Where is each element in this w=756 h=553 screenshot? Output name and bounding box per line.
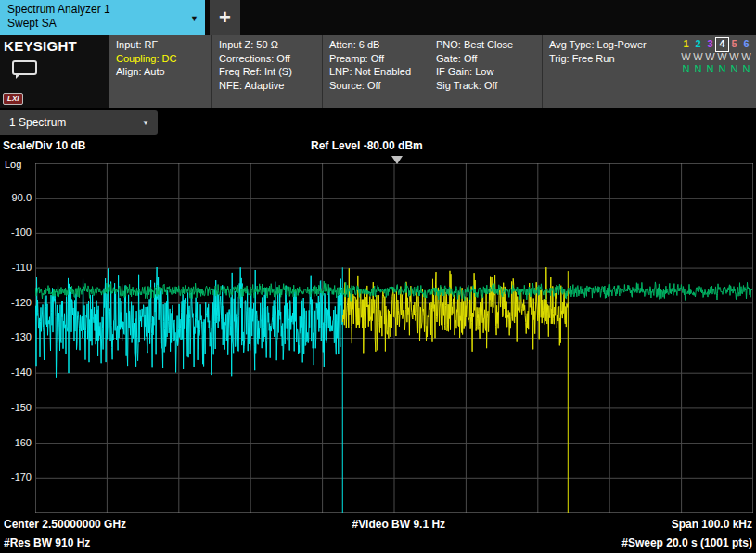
setting-source[interactable]: Source: Off [329,79,422,93]
trace-2-selector[interactable]: 2 [692,38,704,51]
settings-columns: Input: RF Coupling: DC Align: Auto Input… [109,35,756,108]
settings-column-avg: Avg Type: Log-Power Trig: Free Run [542,35,674,108]
setting-sig-track[interactable]: Sig Track: Off [436,79,535,93]
chevron-down-icon: ▼ [142,119,149,127]
span-label[interactable]: Span 100.0 kHz [672,516,752,533]
setting-if-gain[interactable]: IF Gain: Low [436,65,535,79]
trace-3-type[interactable]: W [704,51,716,64]
trace-5-type[interactable]: W [728,51,740,64]
y-tick-label: -130 [0,331,32,342]
annotation-footer: Center 2.50000000 GHz #Video BW 9.1 Hz S… [0,515,756,553]
tab-bar: Spectrum Analyzer 1 Swept SA ▼ + [0,0,756,35]
lxi-badge: LXI [3,93,23,105]
status-header: KEYSIGHT LXI Input: RF Coupling: DC Alig… [0,35,756,108]
setting-avg-type[interactable]: Avg Type: Log-Power [549,38,668,52]
trace-6-detector[interactable]: N [740,63,752,76]
trace-4-detector[interactable]: N [716,63,728,76]
keysight-logo: KEYSIGHT [0,35,109,54]
setting-input-z[interactable]: Input Z: 50 Ω [219,38,315,52]
center-frequency-label[interactable]: Center 2.50000000 GHz [4,516,126,533]
video-bw-label[interactable]: #Video BW 9.1 Hz [352,516,445,533]
spectrum-plot[interactable] [35,163,753,513]
tab-subtitle: Swept SA [7,17,186,31]
setting-pno[interactable]: PNO: Best Close [436,38,535,52]
tab-title: Spectrum Analyzer 1 [7,3,186,17]
trace-1-type[interactable]: W [680,51,692,64]
setting-preamp[interactable]: Preamp: Off [329,52,422,66]
trace-cyan-noise [35,267,342,513]
trace-3-selector[interactable]: 3 [704,38,716,51]
trace-2-detector[interactable]: N [692,63,704,76]
brand-block: KEYSIGHT LXI [0,35,109,108]
settings-column-pno: PNO: Best Close Gate: Off IF Gain: Low S… [429,35,542,108]
scale-div-label[interactable]: Scale/Div 10 dB [3,139,85,152]
trace-numbers-row: 123456 [680,38,754,51]
trace-3-detector[interactable]: N [704,63,716,76]
trace-4-type[interactable]: W [716,51,728,64]
chevron-down-icon: ▼ [190,12,199,26]
y-tick-label: -100 [0,226,32,238]
speech-bubble-icon [12,60,37,75]
trace-types-row: WWWWWW [680,51,754,64]
setting-corrections[interactable]: Corrections: Off [219,52,315,66]
trace-1-detector[interactable]: N [680,63,692,76]
ref-level-label[interactable]: Ref Level -80.00 dBm [311,139,423,152]
scale-bar: Scale/Div 10 dB Ref Level -80.00 dBm [0,136,756,158]
setting-input[interactable]: Input: RF [116,38,205,52]
trace-5-selector[interactable]: 5 [728,38,740,51]
settings-column-input: Input: RF Coupling: DC Align: Auto [109,35,211,108]
trace-1-selector[interactable]: 1 [680,38,692,51]
trace-4-selector[interactable]: 4 [716,38,728,51]
setting-lnp[interactable]: LNP: Not Enabled [329,65,422,79]
trace-detectors-row: NNNNNN [680,63,754,76]
trace-5-detector[interactable]: N [728,63,740,76]
trace-6-selector[interactable]: 6 [740,38,752,51]
trace-6-type[interactable]: W [740,51,752,64]
settings-column-atten: Atten: 6 dB Preamp: Off LNP: Not Enabled… [322,35,429,108]
trace-panel: 123456 WWWWWW NNNNNN [674,35,756,108]
setting-align[interactable]: Align: Auto [116,65,205,79]
measurement-dropdown[interactable]: 1 Spectrum ▼ [0,110,158,135]
spectrum-display: Log -90.0 -100 -110 -120 -130 -140 -150 … [0,158,756,515]
sweep-label[interactable]: #Sweep 20.0 s (1001 pts) [621,534,752,551]
settings-column-input-z: Input Z: 50 Ω Corrections: Off Freq Ref:… [211,35,322,108]
amplitude-scale-label: Log [5,159,21,170]
y-tick-label: -140 [0,367,32,378]
setting-freq-ref[interactable]: Freq Ref: Int (S) [219,65,315,79]
setting-nfe[interactable]: NFE: Adaptive [219,79,315,93]
y-tick-label: -110 [0,262,32,273]
measurement-dropdown-label: 1 Spectrum [9,116,66,129]
grid [35,163,753,513]
res-bw-label[interactable]: #Res BW 910 Hz [4,534,90,551]
y-tick-label: -90.0 [0,192,32,203]
footer-row-1: Center 2.50000000 GHz #Video BW 9.1 Hz S… [0,515,756,534]
footer-row-2: #Res BW 910 Hz #Sweep 20.0 s (1001 pts) [0,534,756,552]
add-tab-button[interactable]: + [210,0,240,35]
measurement-bar: 1 Spectrum ▼ [0,108,756,136]
setting-atten[interactable]: Atten: 6 dB [329,38,422,52]
setting-gate[interactable]: Gate: Off [436,52,535,66]
y-tick-label: -170 [0,471,32,482]
y-tick-label: -160 [0,437,32,448]
tab-spectrum-analyzer-1[interactable]: Spectrum Analyzer 1 Swept SA ▼ [0,0,205,35]
setting-coupling[interactable]: Coupling: DC [116,52,205,66]
trace-yellow-noise [342,267,568,513]
y-tick-label: -150 [0,402,32,413]
trace-2-type[interactable]: W [692,51,704,64]
setting-trig[interactable]: Trig: Free Run [549,52,668,66]
y-tick-label: -120 [0,297,32,308]
